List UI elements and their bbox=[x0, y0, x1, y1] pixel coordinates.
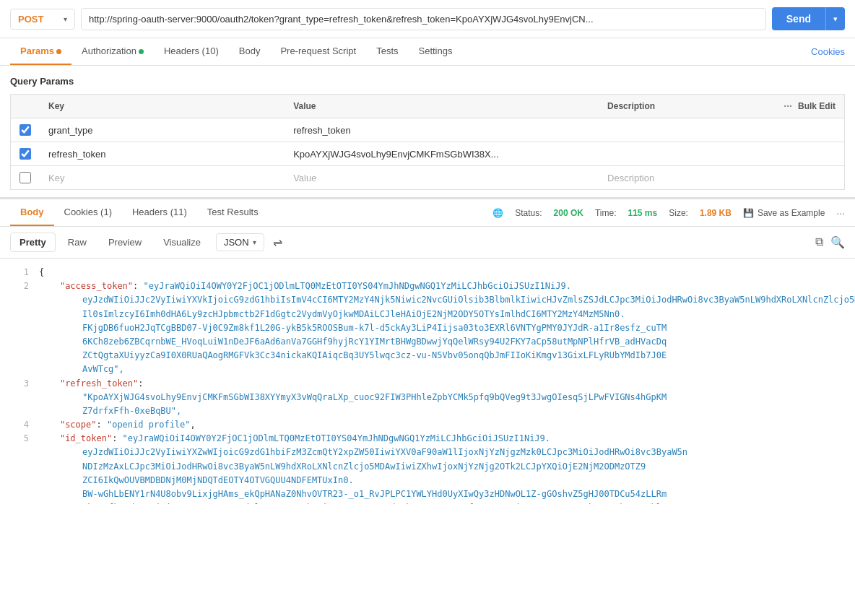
json-line-5e: BW-wGhLbENY1rN4U8obv9LixjgHAms_ekQpHANaZ… bbox=[10, 487, 845, 501]
format-row: Pretty Raw Preview Visualize JSON ▾ ⇌ ⧉ … bbox=[0, 227, 855, 259]
empty-row-checkbox[interactable] bbox=[19, 172, 31, 183]
fmt-tab-raw[interactable]: Raw bbox=[58, 233, 96, 252]
save-example-button[interactable]: 💾 Save as Example bbox=[743, 208, 825, 218]
row1-description[interactable] bbox=[599, 118, 844, 142]
json-line-2f: ZCtQgtaXUiyyzCa9I0X0RUaQAogRMGFVk3Cc34ni… bbox=[10, 349, 845, 363]
json-line-5: 5 "id_token": "eyJraWQiOiI4OWY0Y2FjOC1jO… bbox=[10, 432, 845, 446]
row2-checkbox[interactable] bbox=[19, 148, 31, 160]
json-line-5d: ZCI6IkQwOUVBMDBDNjM0MjNDQTdEOTY4OTVGQUU4… bbox=[10, 474, 845, 487]
json-line-5f: YhwC3fkrZd38uqiXjHeAQuvV17tyQR-dXl45X3mI… bbox=[10, 501, 845, 504]
query-params-title: Query Params bbox=[10, 76, 845, 87]
search-icon[interactable]: 🔍 bbox=[830, 235, 845, 249]
send-btn-group: Send ▾ bbox=[772, 7, 845, 30]
empty-key[interactable]: Key bbox=[40, 166, 285, 190]
resp-tab-body[interactable]: Body bbox=[10, 199, 54, 226]
url-bar: POST ▾ Send ▾ bbox=[0, 0, 855, 38]
status-value: 200 OK bbox=[554, 208, 583, 218]
send-dropdown-button[interactable]: ▾ bbox=[825, 7, 845, 30]
format-actions: ⧉ 🔍 bbox=[815, 235, 845, 249]
json-line-3b: "KpoAYXjWJG4svoLhy9EnvjCMKFmSGbWI38XYYmy… bbox=[10, 391, 845, 404]
fmt-tab-pretty[interactable]: Pretty bbox=[10, 233, 56, 252]
json-line-1: 1 { bbox=[10, 266, 845, 279]
globe-icon: 🌐 bbox=[492, 208, 503, 218]
json-line-5c: NDIzMzAxLCJpc3MiOiJodHRwOi8vc3ByaW5nLW9h… bbox=[10, 460, 845, 474]
tab-pre-request-script[interactable]: Pre-request Script bbox=[270, 38, 366, 65]
tab-body[interactable]: Body bbox=[229, 38, 271, 65]
row1-value[interactable]: refresh_token bbox=[285, 118, 599, 142]
request-tabs-row: Params Authorization Headers (10) Body P… bbox=[0, 38, 855, 66]
json-line-2g: AvWTcg", bbox=[10, 363, 845, 376]
resp-tab-test-results[interactable]: Test Results bbox=[197, 199, 269, 226]
method-label: POST bbox=[18, 14, 43, 25]
auth-dot bbox=[139, 49, 144, 54]
col-value: Value bbox=[285, 95, 599, 118]
params-dot bbox=[56, 49, 61, 54]
row2-key[interactable]: refresh_token bbox=[40, 142, 285, 166]
tab-settings[interactable]: Settings bbox=[409, 38, 463, 65]
fmt-tab-visualize[interactable]: Visualize bbox=[154, 233, 210, 252]
tab-tests[interactable]: Tests bbox=[366, 38, 408, 65]
copy-icon[interactable]: ⧉ bbox=[815, 235, 823, 249]
tab-params[interactable]: Params bbox=[10, 38, 71, 65]
send-button[interactable]: Send bbox=[772, 7, 825, 30]
row1-key[interactable]: grant_type bbox=[40, 118, 285, 142]
response-tabs-row: Body Cookies (1) Headers (11) Test Resul… bbox=[0, 199, 855, 227]
tab-headers[interactable]: Headers (10) bbox=[154, 38, 229, 65]
response-status-area: 🌐 Status: 200 OK Time: 115 ms Size: 1.89… bbox=[492, 207, 845, 219]
row1-checkbox[interactable] bbox=[19, 124, 31, 136]
table-row: grant_type refresh_token bbox=[11, 118, 845, 142]
more-options-icon[interactable]: ··· bbox=[784, 100, 792, 112]
json-line-2: 2 "access_token": "eyJraWQiOiI4OWY0Y2FjO… bbox=[10, 279, 845, 293]
json-line-3c: Z7drfxFfh-0xeBqBU", bbox=[10, 404, 845, 418]
response-section: Body Cookies (1) Headers (11) Test Resul… bbox=[0, 197, 855, 504]
cookies-link[interactable]: Cookies bbox=[811, 46, 845, 57]
save-icon: 💾 bbox=[743, 208, 754, 218]
method-chevron-icon: ▾ bbox=[64, 15, 67, 23]
empty-value[interactable]: Value bbox=[285, 166, 599, 190]
params-table: Key Value Description ··· Bulk Edit gran… bbox=[10, 94, 845, 190]
resp-tab-headers[interactable]: Headers (11) bbox=[122, 199, 197, 226]
json-line-2d: FKjgDB6fuoH2JqTCgBBD07-Vj0C9Zm8kf1L20G-y… bbox=[10, 321, 845, 335]
empty-description[interactable]: Description bbox=[599, 166, 844, 190]
col-description: Description ··· Bulk Edit bbox=[599, 95, 844, 118]
json-line-4: 4 "scope": "openid profile", bbox=[10, 418, 845, 432]
size-value: 1.89 KB bbox=[700, 208, 732, 218]
url-input[interactable] bbox=[81, 8, 766, 30]
json-line-3: 3 "refresh_token": bbox=[10, 377, 845, 391]
empty-row: Key Value Description bbox=[11, 166, 845, 190]
json-line-2b: eyJzdWIiOiJJc2VyIiwiYXVkIjoicG9zdG1hbiIs… bbox=[10, 293, 845, 307]
json-line-2e: 6KCh8zeb6ZBCqrnbWE_HVoqLuiW1nDeJF6aAd6an… bbox=[10, 335, 845, 349]
col-key: Key bbox=[40, 95, 285, 118]
fmt-tab-preview[interactable]: Preview bbox=[99, 233, 151, 252]
json-line-5b: eyJzdWIiOiJJc2VyIiwiYXZwWIjoicG9zdG1hbiF… bbox=[10, 446, 845, 459]
resp-tab-cookies[interactable]: Cookies (1) bbox=[54, 199, 122, 226]
row2-description[interactable] bbox=[599, 142, 844, 166]
json-line-2c: Il0sImlzcyI6Imh0dHA6Ly9zcHJpbmctb2F1dGgt… bbox=[10, 308, 845, 321]
json-format-selector[interactable]: JSON ▾ bbox=[216, 233, 264, 251]
bulk-edit-button[interactable]: Bulk Edit bbox=[798, 101, 836, 111]
table-row: refresh_token KpoAYXjWJG4svoLhy9EnvjCMKF… bbox=[11, 142, 845, 166]
method-selector[interactable]: POST ▾ bbox=[10, 9, 75, 30]
tab-authorization[interactable]: Authorization bbox=[71, 38, 154, 65]
col-checkbox bbox=[11, 95, 40, 118]
row2-value[interactable]: KpoAYXjWJG4svoLhy9EnvjCMKFmSGbWI38X... bbox=[285, 142, 599, 166]
json-chevron-icon: ▾ bbox=[253, 238, 256, 246]
wrap-icon[interactable]: ⇌ bbox=[273, 235, 282, 249]
time-value: 115 ms bbox=[628, 208, 658, 218]
json-body: 1 { 2 "access_token": "eyJraWQiOiI4OWY0Y… bbox=[0, 259, 855, 504]
query-params-section: Query Params Key Value Description ··· B… bbox=[0, 66, 855, 190]
more-options-icon[interactable]: ··· bbox=[836, 207, 845, 219]
